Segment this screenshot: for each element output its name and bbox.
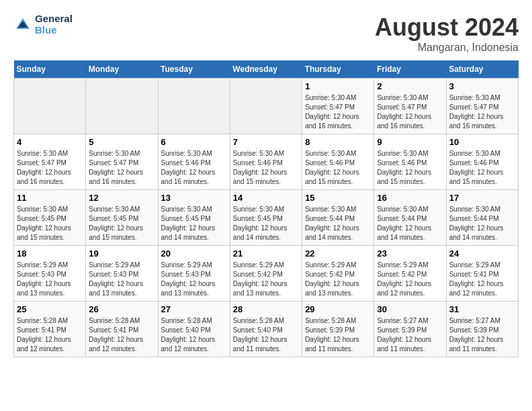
calendar-cell: 23Sunrise: 5:29 AMSunset: 5:42 PMDayligh… [374, 246, 446, 302]
weekday-header-wednesday: Wednesday [230, 60, 302, 79]
calendar-cell: 15Sunrise: 5:30 AMSunset: 5:44 PMDayligh… [302, 190, 374, 246]
calendar-cell [230, 79, 302, 134]
weekday-header-tuesday: Tuesday [158, 60, 230, 79]
day-number: 30 [377, 304, 443, 314]
day-number: 3 [449, 81, 515, 91]
calendar-title: August 2024 [375, 13, 519, 42]
day-number: 5 [89, 137, 154, 147]
day-number: 11 [17, 193, 83, 203]
calendar-cell: 3Sunrise: 5:30 AMSunset: 5:47 PMDaylight… [446, 79, 518, 134]
calendar-cell: 10Sunrise: 5:30 AMSunset: 5:46 PMDayligh… [446, 134, 518, 190]
day-info: Sunrise: 5:28 AMSunset: 5:40 PMDaylight:… [233, 316, 299, 354]
week-row-1: 4Sunrise: 5:30 AMSunset: 5:47 PMDaylight… [14, 134, 519, 190]
day-number: 22 [305, 248, 371, 259]
day-info: Sunrise: 5:29 AMSunset: 5:43 PMDaylight:… [89, 261, 154, 298]
day-info: Sunrise: 5:29 AMSunset: 5:41 PMDaylight:… [449, 261, 515, 298]
week-row-3: 18Sunrise: 5:29 AMSunset: 5:43 PMDayligh… [14, 246, 519, 302]
day-number: 6 [161, 137, 227, 147]
calendar-table: SundayMondayTuesdayWednesdayThursdayFrid… [13, 60, 519, 357]
day-info: Sunrise: 5:27 AMSunset: 5:39 PMDaylight:… [449, 316, 515, 354]
day-info: Sunrise: 5:28 AMSunset: 5:39 PMDaylight:… [305, 316, 371, 354]
day-info: Sunrise: 5:30 AMSunset: 5:44 PMDaylight:… [449, 205, 515, 242]
calendar-cell: 21Sunrise: 5:29 AMSunset: 5:42 PMDayligh… [230, 246, 302, 302]
calendar-cell: 6Sunrise: 5:30 AMSunset: 5:46 PMDaylight… [158, 134, 230, 190]
calendar-cell: 16Sunrise: 5:30 AMSunset: 5:44 PMDayligh… [374, 190, 446, 246]
day-info: Sunrise: 5:28 AMSunset: 5:41 PMDaylight:… [89, 316, 154, 354]
calendar-cell: 31Sunrise: 5:27 AMSunset: 5:39 PMDayligh… [446, 302, 518, 357]
week-row-4: 25Sunrise: 5:28 AMSunset: 5:41 PMDayligh… [14, 302, 519, 357]
day-number: 21 [233, 248, 299, 259]
calendar-cell: 2Sunrise: 5:30 AMSunset: 5:47 PMDaylight… [374, 79, 446, 134]
day-number: 20 [161, 248, 227, 259]
day-number: 19 [89, 248, 154, 259]
header: General Blue August 2024 Mangaran, Indon… [13, 13, 519, 54]
day-info: Sunrise: 5:28 AMSunset: 5:41 PMDaylight:… [17, 316, 83, 354]
calendar-cell: 7Sunrise: 5:30 AMSunset: 5:46 PMDaylight… [230, 134, 302, 190]
calendar-cell: 28Sunrise: 5:28 AMSunset: 5:40 PMDayligh… [230, 302, 302, 357]
day-info: Sunrise: 5:30 AMSunset: 5:46 PMDaylight:… [233, 149, 299, 187]
calendar-cell: 26Sunrise: 5:28 AMSunset: 5:41 PMDayligh… [86, 302, 158, 357]
calendar-cell: 8Sunrise: 5:30 AMSunset: 5:46 PMDaylight… [302, 134, 374, 190]
day-info: Sunrise: 5:30 AMSunset: 5:47 PMDaylight:… [89, 149, 154, 187]
title-area: August 2024 Mangaran, Indonesia [375, 13, 519, 54]
calendar-cell [14, 79, 86, 134]
weekday-header-friday: Friday [374, 60, 446, 79]
calendar-cell: 18Sunrise: 5:29 AMSunset: 5:43 PMDayligh… [14, 246, 86, 302]
day-number: 28 [233, 304, 299, 314]
calendar-cell: 1Sunrise: 5:30 AMSunset: 5:47 PMDaylight… [302, 79, 374, 134]
calendar-cell: 29Sunrise: 5:28 AMSunset: 5:39 PMDayligh… [302, 302, 374, 357]
calendar-cell: 9Sunrise: 5:30 AMSunset: 5:46 PMDaylight… [374, 134, 446, 190]
calendar-cell [158, 79, 230, 134]
day-info: Sunrise: 5:30 AMSunset: 5:44 PMDaylight:… [377, 205, 443, 242]
day-number: 1 [305, 81, 371, 91]
day-number: 29 [305, 304, 371, 314]
logo-icon [13, 15, 32, 34]
calendar-cell: 24Sunrise: 5:29 AMSunset: 5:41 PMDayligh… [446, 246, 518, 302]
calendar-cell: 20Sunrise: 5:29 AMSunset: 5:43 PMDayligh… [158, 246, 230, 302]
weekday-header-monday: Monday [86, 60, 158, 79]
calendar-cell: 22Sunrise: 5:29 AMSunset: 5:42 PMDayligh… [302, 246, 374, 302]
day-number: 9 [377, 137, 443, 147]
day-number: 7 [233, 137, 299, 147]
day-info: Sunrise: 5:29 AMSunset: 5:43 PMDaylight:… [17, 261, 83, 298]
day-number: 14 [233, 193, 299, 203]
calendar-cell: 25Sunrise: 5:28 AMSunset: 5:41 PMDayligh… [14, 302, 86, 357]
day-info: Sunrise: 5:27 AMSunset: 5:39 PMDaylight:… [377, 316, 443, 354]
calendar-subtitle: Mangaran, Indonesia [375, 42, 519, 54]
day-number: 23 [377, 248, 443, 259]
day-info: Sunrise: 5:30 AMSunset: 5:46 PMDaylight:… [161, 149, 227, 187]
calendar-cell: 12Sunrise: 5:30 AMSunset: 5:45 PMDayligh… [86, 190, 158, 246]
calendar-cell [86, 79, 158, 134]
day-number: 13 [161, 193, 227, 203]
day-number: 27 [161, 304, 227, 314]
day-info: Sunrise: 5:29 AMSunset: 5:42 PMDaylight:… [377, 261, 443, 298]
day-number: 24 [449, 248, 515, 259]
weekday-header-sunday: Sunday [14, 60, 86, 79]
day-info: Sunrise: 5:30 AMSunset: 5:47 PMDaylight:… [449, 93, 515, 131]
day-number: 12 [89, 193, 154, 203]
day-number: 4 [17, 137, 83, 147]
weekday-header-saturday: Saturday [446, 60, 518, 79]
day-info: Sunrise: 5:29 AMSunset: 5:42 PMDaylight:… [233, 261, 299, 298]
day-info: Sunrise: 5:30 AMSunset: 5:45 PMDaylight:… [233, 205, 299, 242]
day-number: 25 [17, 304, 83, 314]
logo: General Blue [13, 13, 73, 36]
weekday-header-row: SundayMondayTuesdayWednesdayThursdayFrid… [14, 60, 519, 79]
day-info: Sunrise: 5:30 AMSunset: 5:47 PMDaylight:… [377, 93, 443, 131]
logo-line2: Blue [35, 25, 73, 36]
day-info: Sunrise: 5:30 AMSunset: 5:46 PMDaylight:… [449, 149, 515, 187]
calendar-cell: 19Sunrise: 5:29 AMSunset: 5:43 PMDayligh… [86, 246, 158, 302]
day-number: 17 [449, 193, 515, 203]
day-number: 31 [449, 304, 515, 314]
day-info: Sunrise: 5:30 AMSunset: 5:47 PMDaylight:… [17, 149, 83, 187]
week-row-0: 1Sunrise: 5:30 AMSunset: 5:47 PMDaylight… [14, 79, 519, 134]
day-number: 18 [17, 248, 83, 259]
day-info: Sunrise: 5:29 AMSunset: 5:42 PMDaylight:… [305, 261, 371, 298]
calendar-cell: 13Sunrise: 5:30 AMSunset: 5:45 PMDayligh… [158, 190, 230, 246]
calendar-cell: 5Sunrise: 5:30 AMSunset: 5:47 PMDaylight… [86, 134, 158, 190]
week-row-2: 11Sunrise: 5:30 AMSunset: 5:45 PMDayligh… [14, 190, 519, 246]
weekday-header-thursday: Thursday [302, 60, 374, 79]
day-info: Sunrise: 5:30 AMSunset: 5:46 PMDaylight:… [377, 149, 443, 187]
calendar-cell: 27Sunrise: 5:28 AMSunset: 5:40 PMDayligh… [158, 302, 230, 357]
day-info: Sunrise: 5:30 AMSunset: 5:45 PMDaylight:… [89, 205, 154, 242]
